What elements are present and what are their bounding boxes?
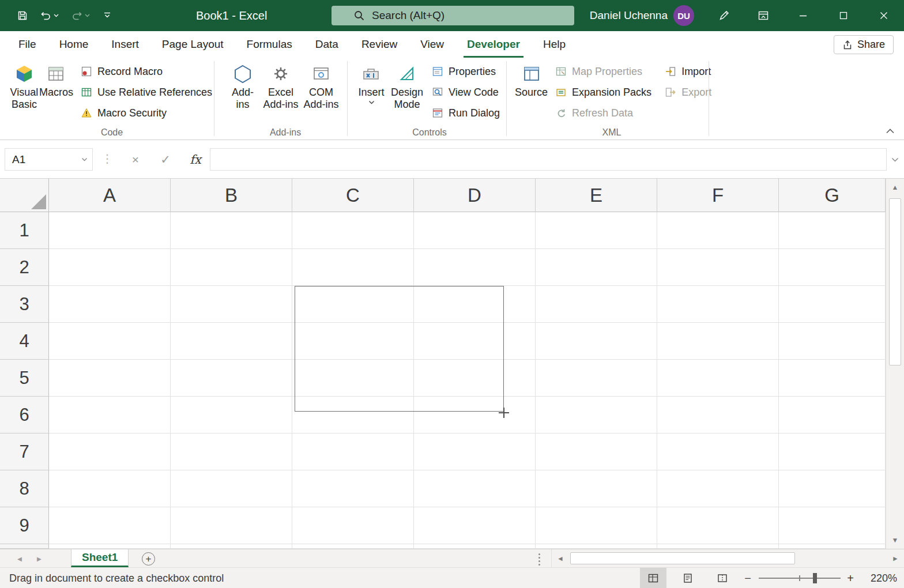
- export-button[interactable]: Export: [662, 82, 714, 103]
- import-button[interactable]: Import: [662, 61, 714, 82]
- row-header-7[interactable]: 7: [0, 434, 49, 470]
- tab-page-layout[interactable]: Page Layout: [150, 31, 235, 58]
- cell-E1[interactable]: [536, 212, 657, 249]
- customize-quick-access-button[interactable]: [100, 5, 114, 26]
- zoom-level[interactable]: 220%: [861, 568, 897, 588]
- column-header-E[interactable]: E: [536, 179, 657, 212]
- column-header-A[interactable]: A: [49, 179, 171, 212]
- cell-E8[interactable]: [536, 470, 657, 507]
- next-sheet-button[interactable]: ►: [32, 549, 46, 568]
- page-break-preview-button[interactable]: [709, 568, 736, 588]
- scroll-up-button[interactable]: ▲: [886, 179, 904, 196]
- checkbox-control-outline[interactable]: [295, 286, 504, 412]
- map-properties-button[interactable]: Map Properties: [552, 61, 654, 82]
- com-add-ins-button[interactable]: COMAdd-ins: [301, 58, 341, 111]
- row-header-10-partial[interactable]: [0, 544, 49, 549]
- cell-C8[interactable]: [292, 470, 414, 507]
- cell-D8[interactable]: [414, 470, 536, 507]
- avatar[interactable]: DU: [673, 5, 694, 26]
- cell-A10-partial[interactable]: [49, 544, 171, 549]
- cell-A8[interactable]: [49, 470, 171, 507]
- enter-button[interactable]: ✓: [153, 148, 178, 171]
- tab-view[interactable]: View: [409, 31, 455, 58]
- cell-E2[interactable]: [536, 249, 657, 286]
- cell-G9[interactable]: [779, 507, 886, 544]
- cell-A6[interactable]: [49, 397, 171, 434]
- refresh-data-button[interactable]: Refresh Data: [552, 103, 654, 123]
- cell-A5[interactable]: [49, 360, 171, 397]
- cell-B9[interactable]: [171, 507, 292, 544]
- cell-D10-partial[interactable]: [414, 544, 536, 549]
- sheet-bar-splitter-handle[interactable]: [538, 553, 540, 555]
- cell-C1[interactable]: [292, 212, 414, 249]
- cell-G7[interactable]: [779, 434, 886, 470]
- horizontal-scrollbar-thumb[interactable]: [570, 552, 795, 564]
- record-macro-button[interactable]: Record Macro: [78, 61, 214, 82]
- row-header-2[interactable]: 2: [0, 249, 49, 286]
- excel-add-ins-button[interactable]: ExcelAdd-ins: [261, 58, 301, 111]
- tab-review[interactable]: Review: [350, 31, 409, 58]
- cell-A3[interactable]: [49, 286, 171, 323]
- tab-formulas[interactable]: Formulas: [235, 31, 304, 58]
- zoom-in-button[interactable]: +: [843, 568, 858, 588]
- row-header-1[interactable]: 1: [0, 212, 49, 249]
- cell-B4[interactable]: [171, 323, 292, 360]
- macros-button[interactable]: Macros: [39, 58, 73, 99]
- cell-A7[interactable]: [49, 434, 171, 470]
- cell-D9[interactable]: [414, 507, 536, 544]
- row-header-5[interactable]: 5: [0, 360, 49, 397]
- column-header-F[interactable]: F: [657, 179, 779, 212]
- tab-developer[interactable]: Developer: [455, 31, 532, 58]
- tab-data[interactable]: Data: [304, 31, 350, 58]
- column-header-B[interactable]: B: [171, 179, 292, 212]
- close-button[interactable]: [864, 0, 904, 31]
- inking-pen-button[interactable]: [710, 0, 738, 31]
- add-sheet-button[interactable]: +: [142, 552, 155, 566]
- normal-view-button[interactable]: [640, 568, 666, 588]
- view-code-button[interactable]: View Code: [429, 82, 502, 103]
- run-dialog-button[interactable]: Run Dialog: [429, 103, 502, 123]
- cell-B2[interactable]: [171, 249, 292, 286]
- share-button[interactable]: Share: [834, 35, 894, 54]
- redo-button[interactable]: [69, 5, 92, 26]
- user-name[interactable]: Daniel Uchenna: [590, 0, 668, 31]
- select-all-corner[interactable]: [0, 179, 49, 212]
- column-header-D[interactable]: D: [414, 179, 536, 212]
- cell-E6[interactable]: [536, 397, 657, 434]
- zoom-slider-thumb[interactable]: [813, 573, 817, 583]
- cancel-button[interactable]: ×: [123, 148, 148, 171]
- cell-F2[interactable]: [657, 249, 779, 286]
- formula-input[interactable]: [210, 148, 887, 171]
- properties-button[interactable]: Properties: [429, 61, 502, 82]
- tab-help[interactable]: Help: [532, 31, 577, 58]
- cell-C9[interactable]: [292, 507, 414, 544]
- cell-F5[interactable]: [657, 360, 779, 397]
- tab-file[interactable]: File: [7, 31, 48, 58]
- minimize-button[interactable]: [783, 0, 823, 31]
- cell-D2[interactable]: [414, 249, 536, 286]
- collapse-ribbon-button[interactable]: [886, 128, 895, 134]
- save-button[interactable]: [15, 5, 30, 26]
- cell-E7[interactable]: [536, 434, 657, 470]
- cell-F6[interactable]: [657, 397, 779, 434]
- cell-G8[interactable]: [779, 470, 886, 507]
- cell-E9[interactable]: [536, 507, 657, 544]
- zoom-out-button[interactable]: −: [740, 568, 755, 588]
- cell-A4[interactable]: [49, 323, 171, 360]
- insert-controls-button[interactable]: Insert: [354, 58, 389, 104]
- cell-B1[interactable]: [171, 212, 292, 249]
- cell-A1[interactable]: [49, 212, 171, 249]
- horizontal-scrollbar[interactable]: ◄ ►: [551, 549, 904, 567]
- cell-G4[interactable]: [779, 323, 886, 360]
- name-box[interactable]: A1: [5, 148, 93, 171]
- page-layout-view-button[interactable]: [675, 568, 701, 588]
- scroll-down-button[interactable]: ▼: [886, 532, 904, 549]
- cell-B3[interactable]: [171, 286, 292, 323]
- cell-E4[interactable]: [536, 323, 657, 360]
- use-relative-references-button[interactable]: Use Relative References: [78, 82, 214, 103]
- cell-F7[interactable]: [657, 434, 779, 470]
- search-box[interactable]: Search (Alt+Q): [332, 6, 574, 25]
- cell-C7[interactable]: [292, 434, 414, 470]
- cell-G6[interactable]: [779, 397, 886, 434]
- ribbon-display-options-button[interactable]: [749, 0, 777, 31]
